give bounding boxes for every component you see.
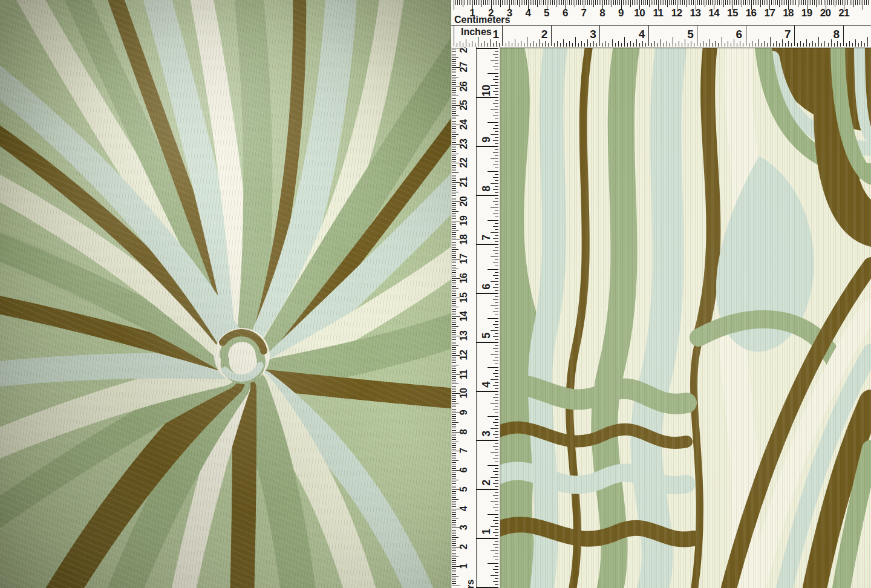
ruler-tick [495,560,498,560]
ruler-tick [452,169,456,169]
ruler-tick [625,0,625,5]
ruler-tick [471,0,471,5]
ruler-tick [664,0,664,5]
ruler-tick [755,0,755,5]
ruler-tick [495,498,498,499]
ruler-tick [493,495,499,496]
ruler-tick [493,397,499,398]
ruler-tick [576,0,577,5]
ruler-number: 18 [458,232,469,247]
ruler-tick [452,558,456,559]
ruler-tick [645,43,646,47]
ruler-tick [512,43,512,47]
ruler-number: 6 [557,8,573,19]
ruler-tick [452,370,456,371]
ruler-tick [517,0,518,5]
ruler-tick [452,167,456,168]
ruler-number: 25 [458,97,469,113]
ruler-tick [779,0,780,7]
ruler-tick [755,43,755,47]
ruler-tick [452,345,458,346]
ruler-tick [452,155,456,156]
ruler-tick [495,155,498,156]
ruler-tick [491,60,498,61]
ruler-tick [746,25,746,46]
ruler-number: 16 [458,270,469,286]
ruler-tick [506,43,506,47]
ruler-tick [491,575,498,576]
ruler-tick [452,157,456,158]
ruler-number: 15 [725,8,740,19]
ruler-tick [478,0,478,5]
ruler-tick [734,39,734,47]
ruler-tick [493,177,499,178]
ruler-number: 18 [780,8,796,19]
ruler-tick [452,223,456,223]
ruler-tick [452,253,456,254]
ruler-tick [488,514,498,515]
ruler-tick [452,69,456,70]
ruler-number: 3 [501,8,517,19]
ruler-tick [452,386,456,387]
ruler-tick [809,0,809,5]
ruler-tick [452,324,456,325]
ruler-number: 20 [818,8,833,19]
ruler-tick [452,495,456,495]
ruler-tick [452,288,458,289]
ruler-tick [770,37,771,47]
ruler-tick [452,537,458,538]
ruler-tick [554,0,555,5]
ruler-tick [452,82,456,83]
ruler-tick [632,0,633,5]
ruler-tick [493,165,499,165]
ruler-tick [452,516,456,517]
ruler-tick [454,25,454,46]
ruler-tick [757,0,757,5]
ruler-tick [812,41,813,47]
ruler-tick [667,41,667,47]
ruler-number: 14 [706,8,722,19]
ruler-tick [452,236,456,237]
ruler-tick [495,284,498,285]
ruler-tick [495,149,498,150]
ruler-tick [452,98,456,99]
ruler-tick [690,0,690,5]
ruler-tick [493,189,499,190]
ruler-tick [495,370,498,371]
ruler-tick [561,0,562,5]
ruler-tick [457,43,457,47]
ruler-number: 5 [677,29,693,40]
ruler-tick [452,539,456,540]
ruler-tick [548,43,549,47]
ruler-tick [495,572,498,573]
ruler-number: 6 [458,462,469,478]
ruler-tick [463,43,463,47]
ruler-tick [493,67,499,67]
ruler-tick [452,388,456,388]
ruler-tick [452,409,456,410]
ruler-tick [794,0,794,5]
ruler-tick [452,232,456,233]
ruler-tick [654,41,655,47]
ruler-tick [452,482,456,482]
ruler-tick [742,0,742,7]
ruler-tick [452,545,456,546]
ruler-tick [452,480,458,480]
ruler-tick [452,65,456,66]
ruler-tick [798,0,798,7]
ruler-tick [452,483,456,484]
ruler-tick [837,41,838,47]
ruler-tick [638,0,638,5]
ruler-tick [792,0,792,5]
ruler-number: 9 [481,132,492,148]
ruler-tick [495,345,498,346]
ruler-tick [639,43,640,47]
ruler-tick [725,43,725,47]
ruler-tick [827,0,828,5]
swirled-fabric-art [0,0,451,588]
ruler-tick [452,59,456,60]
ruler-tick [495,174,498,175]
ruler-tick [785,43,786,47]
ruler-tick [866,0,867,5]
ruler-tick [490,39,491,47]
